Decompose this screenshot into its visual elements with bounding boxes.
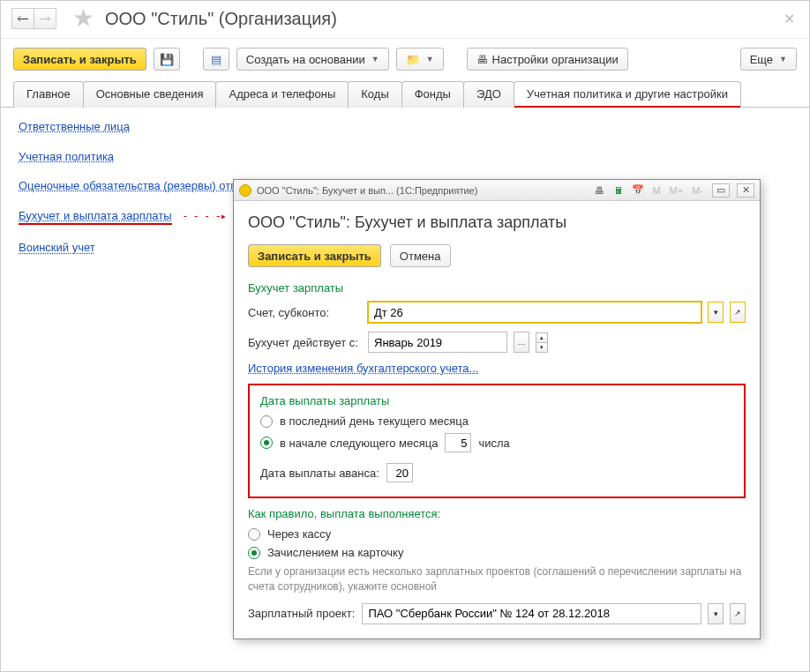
save-button[interactable]: 💾 xyxy=(154,48,180,71)
popup-toolbar: Записать и закрыть Отмена xyxy=(248,244,746,267)
more-button[interactable]: Еще ▼ xyxy=(740,48,797,71)
tab-basic-info[interactable]: Основные сведения xyxy=(83,81,217,108)
attach-button[interactable]: 📁 ▼ xyxy=(396,48,444,71)
advance-day-input[interactable] xyxy=(386,463,413,482)
report-button[interactable]: ▤ xyxy=(203,48,229,71)
account-label: Счет, субконто: xyxy=(248,306,361,319)
create-based-on-label: Создать на основании xyxy=(246,53,365,66)
row-effective-from: Бухучет действует с: … ▴ ▾ xyxy=(248,332,746,353)
row-account: Счет, субконто: ▾ ↗ xyxy=(248,302,746,323)
history-link[interactable]: История изменения бухгалтерского учета..… xyxy=(248,362,478,375)
effective-down-button[interactable]: ▾ xyxy=(536,342,548,353)
tabs: Главное Основные сведения Адреса и телеф… xyxy=(1,81,809,108)
account-open-button[interactable]: ↗ xyxy=(730,302,746,323)
popup-body: ООО "Стиль": Бухучет и выплата зарплаты … xyxy=(234,201,760,644)
popup-titlebar-text: ООО "Стиль": Бухучет и вып... (1С:Предпр… xyxy=(257,185,587,196)
popup-close-button[interactable]: ✕ xyxy=(737,183,754,198)
radio-next-month-label-b: числа xyxy=(478,437,509,450)
radio-cash[interactable] xyxy=(248,528,260,541)
link-responsible[interactable]: Ответственные лица xyxy=(19,120,130,134)
more-label: Еще xyxy=(750,53,773,66)
popup-cancel-button[interactable]: Отмена xyxy=(390,244,451,267)
calculator-icon[interactable]: 🖩 xyxy=(611,183,626,198)
project-open-button[interactable]: ↗ xyxy=(730,603,746,624)
printer-icon: 🖶 xyxy=(476,53,488,66)
chevron-down-icon: ▼ xyxy=(779,55,787,63)
radio-next-month-label-a: в начале следующего месяца xyxy=(280,437,438,450)
row-project: Зарплатный проект: ▾ ↗ xyxy=(248,603,746,624)
nav-back-button[interactable]: 🡐 xyxy=(11,8,34,29)
account-input[interactable] xyxy=(368,302,701,323)
chevron-down-icon: ▼ xyxy=(426,55,434,63)
radio-next-month[interactable] xyxy=(260,437,273,449)
tab-main[interactable]: Главное xyxy=(13,81,84,108)
section-accounting-label: Бухучет зарплаты xyxy=(248,281,746,295)
m-icon[interactable]: M xyxy=(650,185,662,196)
minimize-button[interactable]: ▭ xyxy=(712,183,730,198)
toolbar: Записать и закрыть 💾 ▤ Создать на основа… xyxy=(1,39,809,81)
radio-last-day-label: в последний день текущего месяца xyxy=(280,414,469,428)
app-1c-icon xyxy=(239,184,251,197)
section-paydate-label: Дата выплаты зарплаты xyxy=(260,394,733,407)
m-minus-icon[interactable]: M- xyxy=(690,185,705,196)
radio-card-label: Зачислением на карточку xyxy=(267,546,403,559)
effective-select-button[interactable]: … xyxy=(514,332,529,353)
page-title: ООО "Стиль" (Организация) xyxy=(105,9,337,29)
folder-icon: 📁 xyxy=(406,53,420,66)
radio-card-row[interactable]: Зачислением на карточку xyxy=(248,546,746,559)
radio-next-month-row[interactable]: в начале следующего месяца числа xyxy=(260,433,733,452)
popup-save-close-button[interactable]: Записать и закрыть xyxy=(248,244,381,267)
popup-titlebar: ООО "Стиль": Бухучет и вып... (1С:Предпр… xyxy=(234,180,760,201)
m-plus-icon[interactable]: M+ xyxy=(668,185,686,196)
link-reserves[interactable]: Оценочные обязательства (резервы) отпуск… xyxy=(19,179,266,193)
org-settings-label: Настройки организации xyxy=(492,53,619,66)
project-input[interactable] xyxy=(362,603,701,624)
effective-spinner: ▴ ▾ xyxy=(536,332,548,353)
project-dropdown-button[interactable]: ▾ xyxy=(708,603,724,624)
chevron-down-icon: ▼ xyxy=(371,55,379,63)
link-payroll-accounting[interactable]: Бухучет и выплата зарплаты xyxy=(19,209,172,226)
radio-cash-row[interactable]: Через кассу xyxy=(248,527,746,541)
org-settings-button[interactable]: 🖶 Настройки организации xyxy=(467,48,628,71)
calendar-icon[interactable]: 📅 xyxy=(631,183,645,198)
favorite-star-icon[interactable]: ★ xyxy=(72,6,94,31)
link-accounting-policy[interactable]: Учетная политика xyxy=(19,150,114,164)
tab-codes[interactable]: Коды xyxy=(348,81,401,108)
advance-label: Дата выплаты аванса: xyxy=(260,467,379,480)
link-military[interactable]: Воинский учет xyxy=(19,241,95,255)
pay-date-box: Дата выплаты зарплаты в последний день т… xyxy=(248,384,746,498)
nav-forward-button[interactable]: 🡒 xyxy=(34,8,56,29)
popup-heading: ООО "Стиль": Бухучет и выплата зарплаты xyxy=(248,213,746,232)
payroll-project-hint: Если у организации есть несколько зарпла… xyxy=(248,564,746,594)
radio-last-day-row[interactable]: в последний день текущего месяца xyxy=(260,414,733,428)
tab-accounting-policy[interactable]: Учетная политика и другие настройки xyxy=(514,81,741,108)
tab-addresses[interactable]: Адреса и телефоны xyxy=(215,81,349,108)
radio-cash-label: Через кассу xyxy=(267,527,331,541)
header: 🡐 🡒 ★ ООО "Стиль" (Организация) ✕ xyxy=(1,1,809,39)
create-based-on-button[interactable]: Создать на основании ▼ xyxy=(236,48,389,71)
payday-number-input[interactable] xyxy=(445,433,471,452)
project-label: Зарплатный проект: xyxy=(248,607,355,620)
print-icon[interactable]: 🖶 xyxy=(592,183,606,198)
effective-input[interactable] xyxy=(368,332,507,353)
main-window: 🡐 🡒 ★ ООО "Стиль" (Организация) ✕ Записа… xyxy=(0,0,810,672)
popup-payroll-accounting: ООО "Стиль": Бухучет и вып... (1С:Предпр… xyxy=(233,179,761,639)
tab-funds[interactable]: Фонды xyxy=(401,81,464,108)
tab-edo[interactable]: ЭДО xyxy=(463,81,514,108)
advance-row: Дата выплаты аванса: xyxy=(260,463,733,482)
section-payment-method-label: Как правило, выплата выполняется: xyxy=(248,507,746,520)
radio-last-day[interactable] xyxy=(260,415,273,428)
effective-label: Бухучет действует с: xyxy=(248,336,361,349)
close-icon[interactable]: ✕ xyxy=(780,11,799,27)
account-dropdown-button[interactable]: ▾ xyxy=(708,302,724,323)
radio-card[interactable] xyxy=(248,547,260,559)
save-and-close-button[interactable]: Записать и закрыть xyxy=(13,48,146,71)
annotation-arrow-icon: - - - -▸ xyxy=(182,210,226,222)
